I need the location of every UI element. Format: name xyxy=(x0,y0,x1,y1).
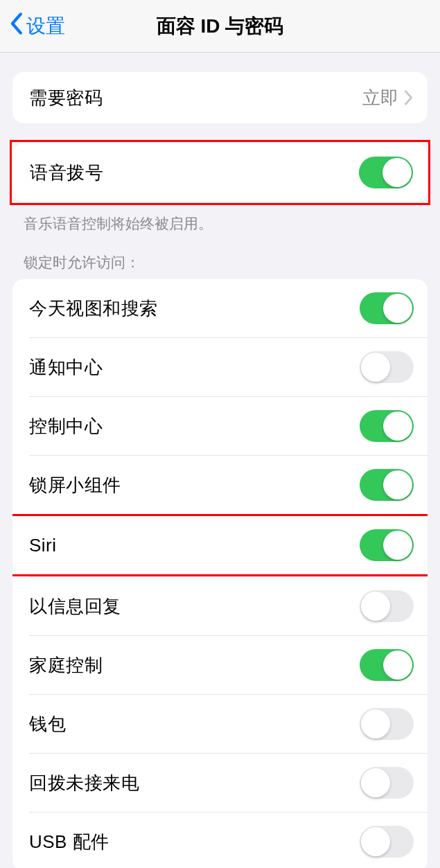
locked-access-toggle[interactable] xyxy=(360,767,414,799)
locked-access-row: 锁屏小组件 xyxy=(29,455,428,514)
locked-access-row: 回拨未接来电 xyxy=(29,753,428,812)
locked-access-item-label: 钱包 xyxy=(29,712,66,736)
chevron-right-icon xyxy=(404,89,414,106)
require-passcode-group: 需要密码 立即 xyxy=(12,72,428,123)
page-title: 面容 ID 与密码 xyxy=(0,13,440,39)
locked-access-toggle[interactable] xyxy=(360,708,414,740)
require-passcode-label: 需要密码 xyxy=(29,86,103,110)
locked-access-item-label: 控制中心 xyxy=(29,414,103,439)
voice-dial-footer: 音乐语音控制将始终被启用。 xyxy=(0,205,440,233)
locked-access-toggle[interactable] xyxy=(360,590,414,622)
locked-access-item-label: 锁屏小组件 xyxy=(29,473,121,497)
locked-access-toggle[interactable] xyxy=(360,351,414,383)
locked-access-toggle[interactable] xyxy=(360,410,414,442)
voice-dial-toggle[interactable] xyxy=(359,157,413,188)
navigation-bar: 设置 面容 ID 与密码 xyxy=(0,0,440,53)
voice-dial-row: 语音拨号 xyxy=(13,143,427,202)
locked-access-group: 今天视图和搜索通知中心控制中心锁屏小组件Siri以信息回复家庭控制钱包回拨未接来… xyxy=(12,279,428,868)
back-label: 设置 xyxy=(26,13,65,39)
voice-dial-label: 语音拨号 xyxy=(30,161,103,185)
locked-access-toggle[interactable] xyxy=(360,292,414,324)
require-passcode-row[interactable]: 需要密码 立即 xyxy=(12,72,428,123)
locked-access-header: 锁定时允许访问： xyxy=(0,233,440,272)
chevron-left-icon xyxy=(8,12,24,40)
locked-access-toggle[interactable] xyxy=(360,649,414,681)
locked-access-row: 以信息回复 xyxy=(29,576,428,635)
locked-access-row: 通知中心 xyxy=(29,337,428,396)
locked-access-row: 钱包 xyxy=(29,694,428,753)
locked-access-row: USB 配件 xyxy=(29,812,428,868)
voice-dial-highlight: 语音拨号 xyxy=(10,140,430,205)
locked-access-toggle[interactable] xyxy=(360,469,414,501)
locked-access-toggle[interactable] xyxy=(360,529,414,561)
back-button[interactable]: 设置 xyxy=(0,12,65,40)
locked-access-row: 今天视图和搜索 xyxy=(12,279,428,337)
locked-access-item-label: 以信息回复 xyxy=(29,594,121,619)
locked-access-item-label: 通知中心 xyxy=(29,355,103,380)
locked-access-item-label: Siri xyxy=(29,535,57,556)
locked-access-item-label: 今天视图和搜索 xyxy=(29,296,158,321)
locked-access-row: Siri xyxy=(12,514,428,576)
locked-access-item-label: 回拨未接来电 xyxy=(29,771,139,795)
require-passcode-value: 立即 xyxy=(362,86,398,110)
locked-access-toggle[interactable] xyxy=(360,826,414,858)
locked-access-item-label: 家庭控制 xyxy=(29,653,103,677)
locked-access-row: 家庭控制 xyxy=(29,635,428,694)
locked-access-row: 控制中心 xyxy=(29,396,428,455)
locked-access-item-label: USB 配件 xyxy=(29,830,109,854)
